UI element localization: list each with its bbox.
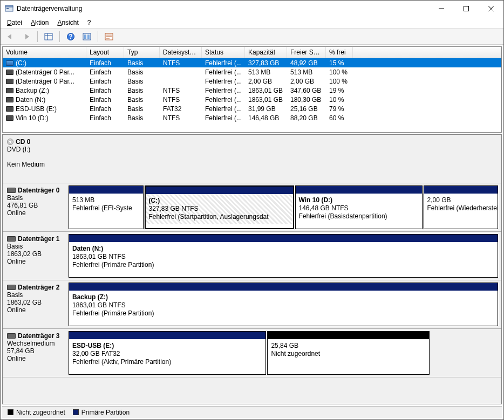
partition-header xyxy=(146,187,293,194)
partition[interactable]: Win 10 (D:)146,48 GB NTFSFehlerfrei (Bas… xyxy=(295,185,423,229)
disk-status: Online xyxy=(7,355,64,362)
partition[interactable]: 25,84 GBNicht zugeordnet xyxy=(267,331,429,375)
partition-area: 513 MBFehlerfrei (EFI-Syste(C:)327,83 GB… xyxy=(69,183,501,231)
cell-pct: 100 % xyxy=(326,68,353,76)
disk-type: Basis xyxy=(7,194,64,202)
col-volume[interactable]: Volume xyxy=(3,47,86,58)
cell-type: Basis xyxy=(124,96,160,104)
svg-rect-2 xyxy=(6,8,9,9)
svg-rect-7 xyxy=(45,33,52,40)
cell-name: Win 10 (D:) xyxy=(3,114,86,122)
legend: Nicht zugeordnet Primäre Partition xyxy=(2,406,502,418)
forward-button[interactable] xyxy=(20,31,33,43)
col-type[interactable]: Typ xyxy=(124,47,160,58)
cell-name: Daten (N:) xyxy=(3,96,86,104)
menu-view[interactable]: Ansicht xyxy=(54,18,81,27)
cell-layout: Einfach xyxy=(86,105,124,113)
partition-header xyxy=(69,283,498,291)
col-layout[interactable]: Layout xyxy=(86,47,124,58)
app-window: Datenträgerverwaltung Datei Aktion Ansic… xyxy=(0,0,504,420)
cell-type: Basis xyxy=(124,68,160,76)
partition-size: 146,48 GB NTFS xyxy=(299,204,349,212)
cell-cap: 31,99 GB xyxy=(245,105,287,113)
partition-title: Daten (N:) xyxy=(72,245,103,252)
cell-free: 25,16 GB xyxy=(287,105,326,113)
menu-help[interactable]: ? xyxy=(84,18,94,27)
volume-row[interactable]: Daten (N:)EinfachBasisNTFSFehlerfrei (..… xyxy=(3,95,501,104)
cell-name: ESD-USB (E:) xyxy=(3,105,86,113)
volume-icon xyxy=(6,60,13,66)
svg-rect-13 xyxy=(84,35,86,39)
disk-graphical-panel[interactable]: CD 0DVD (I:)Kein MediumDatenträger 0Basi… xyxy=(2,134,502,404)
menu-file[interactable]: Datei xyxy=(4,18,25,27)
col-capacity[interactable]: Kapazität xyxy=(245,47,287,58)
view-graphical-button[interactable] xyxy=(80,31,93,43)
volume-list-body[interactable]: (C:)EinfachBasisNTFSFehlerfrei (...327,8… xyxy=(3,58,501,132)
col-status[interactable]: Status xyxy=(202,47,245,58)
svg-rect-1 xyxy=(5,5,13,7)
cell-fs: NTFS xyxy=(160,59,202,67)
disk-type: DVD (I:) xyxy=(7,146,64,153)
close-button[interactable] xyxy=(479,1,503,17)
disk-row[interactable]: Datenträger 3Wechselmedium57,84 GBOnline… xyxy=(3,329,501,377)
col-spacer xyxy=(353,47,501,58)
cell-pct: 10 % xyxy=(326,96,353,104)
disk-row[interactable]: Datenträger 0Basis476,81 GBOnline513 MBF… xyxy=(3,183,501,232)
cell-layout: Einfach xyxy=(86,68,124,76)
volume-row[interactable]: Win 10 (D:)EinfachBasisNTFSFehlerfrei (.… xyxy=(3,113,501,122)
toolbar-separator xyxy=(37,31,38,42)
back-button[interactable] xyxy=(4,31,17,43)
properties-button[interactable] xyxy=(103,31,115,43)
partition-header xyxy=(69,332,265,339)
legend-primary: Primäre Partition xyxy=(73,409,130,416)
cell-status: Fehlerfrei (... xyxy=(202,105,245,113)
menu-action[interactable]: Aktion xyxy=(28,18,52,27)
cell-type: Basis xyxy=(124,59,160,67)
cell-layout: Einfach xyxy=(86,78,124,85)
disk-name: Datenträger 0 xyxy=(18,187,59,194)
cell-free: 48,92 GB xyxy=(287,59,326,67)
cell-cap: 2,00 GB xyxy=(245,78,287,85)
minimize-button[interactable] xyxy=(429,1,454,17)
col-free[interactable]: Freier Sp... xyxy=(287,47,326,58)
partition[interactable]: 513 MBFehlerfrei (EFI-Syste xyxy=(69,185,144,229)
partition-body: Backup (Z:)1863,01 GB NTFSFehlerfrei (Pr… xyxy=(69,291,498,320)
volume-row[interactable]: ESD-USB (E:)EinfachBasisFAT32Fehlerfrei … xyxy=(3,104,501,113)
view-list-button[interactable] xyxy=(42,31,55,43)
partition[interactable]: Backup (Z:)1863,01 GB NTFSFehlerfrei (Pr… xyxy=(69,283,498,326)
partition[interactable]: 2,00 GBFehlerfrei (Wiederherstel xyxy=(424,185,499,229)
cell-name: Backup (Z:) xyxy=(3,87,86,94)
maximize-button[interactable] xyxy=(454,1,479,17)
disk-icon xyxy=(7,285,16,290)
volume-row[interactable]: (Datenträger 0 Par...EinfachBasisFehlerf… xyxy=(3,67,501,77)
cell-status: Fehlerfrei (... xyxy=(202,114,245,122)
help-button[interactable]: ? xyxy=(64,31,77,43)
partition-status: Fehlerfrei (EFI-Syste xyxy=(72,204,132,212)
cell-cap: 146,48 GB xyxy=(245,114,287,122)
cell-fs: NTFS xyxy=(160,87,202,94)
col-pct[interactable]: % frei xyxy=(326,47,353,58)
cell-status: Fehlerfrei (... xyxy=(202,87,245,94)
partition-status: Fehlerfrei (Wiederherstel xyxy=(427,204,498,212)
cell-type: Basis xyxy=(124,78,160,85)
cell-free: 2,00 GB xyxy=(287,78,326,85)
partition-status: Fehlerfrei (Primäre Partition) xyxy=(72,309,154,317)
cell-pct: 79 % xyxy=(326,105,353,113)
disk-row[interactable]: Datenträger 2Basis1863,02 GBOnlineBackup… xyxy=(3,280,501,329)
disk-info: CD 0DVD (I:)Kein Medium xyxy=(3,135,69,183)
volume-row[interactable]: (C:)EinfachBasisNTFSFehlerfrei (...327,8… xyxy=(3,58,501,67)
titlebar[interactable]: Datenträgerverwaltung xyxy=(1,1,503,17)
disk-row[interactable]: Datenträger 1Basis1863,02 GBOnlineDaten … xyxy=(3,232,501,280)
partition-area: Daten (N:)1863,01 GB NTFSFehlerfrei (Pri… xyxy=(69,232,501,280)
volume-row[interactable]: (Datenträger 0 Par...EinfachBasisFehlerf… xyxy=(3,77,501,86)
cell-name: (Datenträger 0 Par... xyxy=(3,78,86,85)
disk-row[interactable]: CD 0DVD (I:)Kein Medium xyxy=(3,135,501,183)
partition[interactable]: ESD-USB (E:)32,00 GB FAT32Fehlerfrei (Ak… xyxy=(69,331,266,375)
partition[interactable]: Daten (N:)1863,01 GB NTFSFehlerfrei (Pri… xyxy=(69,234,498,278)
partition[interactable]: (C:)327,83 GB NTFSFehlerfrei (Startparti… xyxy=(145,185,294,229)
disk-icon xyxy=(7,236,16,242)
partition-size: 32,00 GB FAT32 xyxy=(72,350,120,357)
volume-row[interactable]: Backup (Z:)EinfachBasisNTFSFehlerfrei (.… xyxy=(3,86,501,95)
col-filesystem[interactable]: Dateisystem xyxy=(160,47,202,58)
disk-size: 1863,02 GB xyxy=(7,250,64,258)
